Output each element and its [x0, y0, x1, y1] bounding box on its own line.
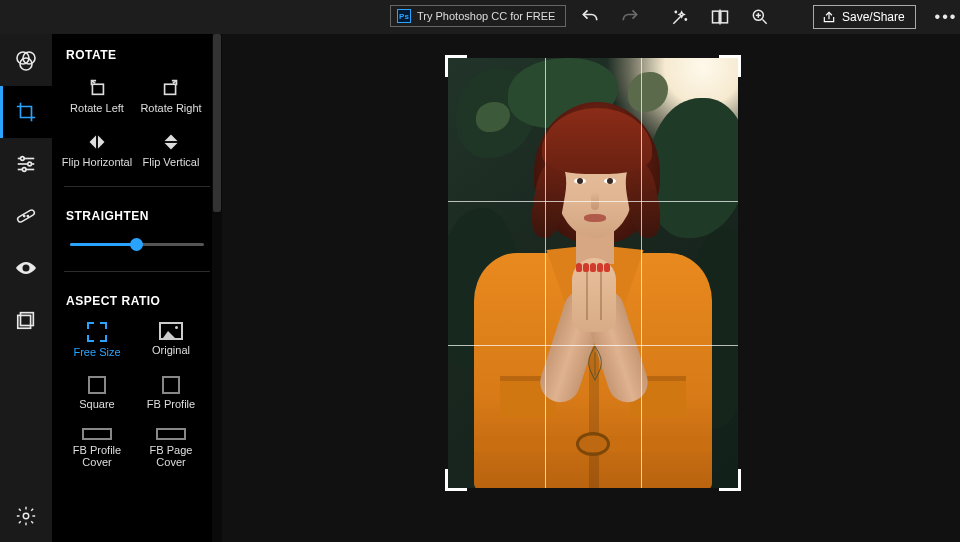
crop-icon — [15, 101, 37, 123]
flip-horizontal-button[interactable]: Flip Horizontal — [60, 128, 134, 172]
fb-profile-icon — [162, 376, 180, 394]
panel-scrollbar[interactable] — [212, 34, 222, 542]
crop-grid-line — [448, 201, 738, 202]
flip-horizontal-icon — [86, 132, 108, 152]
flip-horizontal-label: Flip Horizontal — [62, 156, 132, 168]
square-icon — [88, 376, 106, 394]
svg-point-19 — [24, 215, 25, 216]
rail-redeye[interactable] — [0, 242, 52, 294]
save-share-label: Save/Share — [842, 10, 905, 24]
photo-preview — [448, 58, 738, 488]
rotate-section-title: ROTATE — [52, 34, 222, 68]
original-icon — [159, 322, 183, 340]
rail-frames[interactable] — [0, 294, 52, 346]
crop-handle-bottom-left[interactable] — [445, 469, 467, 491]
promo-label: Try Photoshop CC for FREE — [417, 10, 555, 22]
straighten-slider[interactable] — [70, 235, 204, 253]
fb-profile-cover-icon — [82, 428, 112, 440]
free-size-icon — [87, 322, 107, 342]
aspect-square[interactable]: Square — [60, 372, 134, 414]
top-bar: Ps Try Photoshop CC for FREE Save/Share … — [0, 0, 960, 34]
svg-rect-2 — [713, 11, 720, 23]
crop-handle-bottom-right[interactable] — [719, 469, 741, 491]
more-menu-button[interactable]: ••• — [932, 0, 960, 34]
svg-point-20 — [27, 215, 28, 216]
rail-heal[interactable] — [0, 190, 52, 242]
zoom-in-icon — [750, 7, 770, 27]
compare-icon — [710, 7, 730, 27]
svg-rect-26 — [96, 134, 97, 151]
aspect-fb-profile-cover[interactable]: FB Profile Cover — [60, 424, 134, 472]
share-icon — [822, 10, 836, 24]
tool-rail — [0, 34, 52, 542]
aspect-label: Free Size — [73, 346, 120, 358]
svg-rect-24 — [92, 84, 103, 94]
undo-icon — [580, 7, 600, 27]
slider-fill — [70, 243, 137, 246]
aspect-free-size[interactable]: Free Size — [60, 318, 134, 362]
svg-point-17 — [22, 168, 26, 172]
rail-settings[interactable] — [0, 490, 52, 542]
crop-region[interactable] — [448, 58, 738, 488]
aspect-label: FB Profile — [147, 398, 195, 410]
rotate-right-icon — [160, 76, 182, 98]
photoshop-badge-icon: Ps — [397, 9, 411, 23]
scrollbar-thumb[interactable] — [213, 34, 221, 212]
svg-point-16 — [28, 162, 32, 166]
crop-handle-top-left[interactable] — [445, 55, 467, 77]
svg-point-1 — [675, 11, 676, 12]
magic-wand-icon — [670, 7, 690, 27]
rotate-right-label: Rotate Right — [140, 102, 201, 114]
panel-divider — [64, 271, 210, 272]
compare-button[interactable] — [700, 0, 740, 34]
aspect-label: FB Page Cover — [134, 444, 208, 468]
flip-vertical-icon — [160, 132, 182, 152]
bandage-icon — [15, 205, 37, 227]
aspect-label: Original — [152, 344, 190, 356]
save-share-button[interactable]: Save/Share — [813, 5, 916, 29]
aspect-section-title: ASPECT RATIO — [52, 280, 222, 314]
panel-divider — [64, 186, 210, 187]
aspect-original[interactable]: Original — [134, 318, 208, 362]
zoom-button[interactable] — [740, 0, 780, 34]
sliders-icon — [15, 153, 37, 175]
eye-icon — [14, 256, 38, 280]
aspect-label: FB Profile Cover — [60, 444, 134, 468]
svg-point-23 — [23, 513, 29, 519]
redo-icon — [620, 7, 640, 27]
rotate-left-icon — [86, 76, 108, 98]
aspect-fb-page-cover[interactable]: FB Page Cover — [134, 424, 208, 472]
svg-line-6 — [763, 20, 767, 24]
svg-point-15 — [21, 157, 25, 161]
rail-crop[interactable] — [0, 86, 52, 138]
svg-rect-22 — [18, 315, 31, 328]
crop-grid-line — [641, 58, 642, 488]
svg-rect-25 — [165, 84, 176, 94]
frames-icon — [15, 309, 37, 331]
crop-grid-line — [545, 58, 546, 488]
auto-enhance-button[interactable] — [660, 0, 700, 34]
rail-adjust[interactable] — [0, 34, 52, 86]
flip-vertical-button[interactable]: Flip Vertical — [134, 128, 208, 172]
rail-filters[interactable] — [0, 138, 52, 190]
svg-point-0 — [685, 19, 686, 20]
adjust-icon — [14, 48, 38, 72]
try-photoshop-promo[interactable]: Ps Try Photoshop CC for FREE — [390, 5, 566, 27]
rotate-left-button[interactable]: Rotate Left — [60, 72, 134, 118]
undo-button[interactable] — [570, 0, 610, 34]
canvas-area — [222, 34, 960, 542]
rotate-right-button[interactable]: Rotate Right — [134, 72, 208, 118]
straighten-section-title: STRAIGHTEN — [52, 195, 222, 229]
slider-thumb[interactable] — [130, 238, 143, 251]
fb-page-cover-icon — [156, 428, 186, 440]
crop-panel: ROTATE Rotate Left Rotate Right Flip Hor… — [52, 34, 222, 542]
rotate-left-label: Rotate Left — [70, 102, 124, 114]
svg-rect-21 — [21, 313, 34, 326]
aspect-fb-profile[interactable]: FB Profile — [134, 372, 208, 414]
crop-handle-top-right[interactable] — [719, 55, 741, 77]
flip-vertical-label: Flip Vertical — [143, 156, 200, 168]
svg-rect-27 — [163, 141, 180, 142]
crop-grid-line — [448, 345, 738, 346]
svg-rect-18 — [17, 209, 36, 223]
svg-rect-3 — [721, 11, 728, 23]
